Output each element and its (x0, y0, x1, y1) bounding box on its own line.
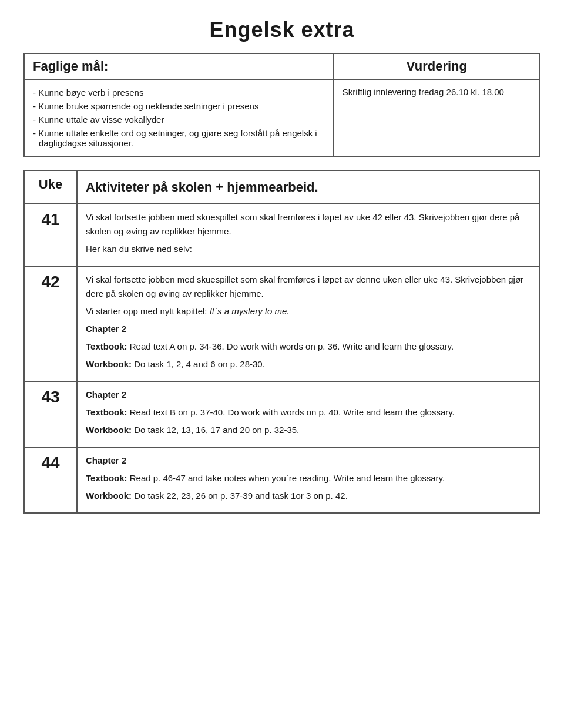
vurdering-header: Vurdering (334, 53, 540, 79)
uke-44: 44 (24, 447, 77, 513)
activity-42-text-1: Vi skal fortsette jobben med skuespillet… (86, 273, 531, 301)
activity-41: Vi skal fortsette jobben med skuespillet… (77, 204, 540, 266)
faglige-list: Kunne bøye verb i presens Kunne bruke sp… (33, 86, 325, 150)
activity-44: Chapter 2 Textbook: Read p. 46-47 and ta… (77, 447, 540, 513)
faglig-item-4: Kunne uttale enkelte ord og setninger, o… (33, 126, 325, 150)
main-activity-table: Uke Aktiviteter på skolen + hjemmearbeid… (24, 170, 540, 514)
faglige-header: Faglige mål: (24, 53, 334, 79)
faglige-content: Kunne bøye verb i presens Kunne bruke sp… (24, 79, 334, 156)
activity-42-workbook-text: Do task 1, 2, 4 and 6 on p. 28-30. (132, 359, 265, 369)
activity-42-workbook: Workbook: Do task 1, 2, 4 and 6 on p. 28… (86, 357, 531, 371)
uke-41: 41 (24, 204, 77, 266)
top-section-table: Faglige mål: Vurdering Kunne bøye verb i… (24, 53, 540, 157)
main-table-header: Uke Aktiviteter på skolen + hjemmearbeid… (24, 170, 540, 204)
activity-42-mystery-italic: It`s a mystery to me. (210, 306, 290, 316)
uke-43: 43 (24, 381, 77, 447)
table-row: 42 Vi skal fortsette jobben med skuespil… (24, 266, 540, 381)
table-row: 43 Chapter 2 Textbook: Read text B on p.… (24, 381, 540, 447)
activity-43-workbook: Workbook: Do task 12, 13, 16, 17 and 20 … (86, 423, 531, 437)
activity-44-workbook-label: Workbook: (86, 491, 132, 501)
activity-43-textbook: Textbook: Read text B on p. 37-40. Do wo… (86, 405, 531, 420)
activity-42-textbook-label: Textbook: (86, 341, 127, 351)
activity-44-workbook: Workbook: Do task 22, 23, 26 on p. 37-39… (86, 489, 531, 503)
aktiviteter-column-header: Aktiviteter på skolen + hjemmearbeid. (77, 170, 540, 204)
activity-41-text-1: Vi skal fortsette jobben med skuespillet… (86, 210, 531, 239)
activity-43-textbook-label: Textbook: (86, 407, 127, 417)
activity-42-mystery-prefix: Vi starter opp med nytt kapittel: (86, 306, 210, 316)
activity-44-chapter: Chapter 2 (86, 454, 531, 468)
page-title: Engelsk extra (24, 18, 540, 42)
vurdering-text: Skriftlig innlevering fredag 26.10 kl. 1… (343, 87, 504, 97)
activity-44-workbook-text: Do task 22, 23, 26 on p. 37-39 and task … (132, 491, 348, 501)
activity-41-text-2: Her kan du skrive ned selv: (86, 242, 531, 256)
vurdering-content: Skriftlig innlevering fredag 26.10 kl. 1… (334, 79, 540, 156)
activity-43-chapter: Chapter 2 (86, 388, 531, 402)
activity-42-textbook: Textbook: Read text A on p. 34-36. Do wo… (86, 340, 531, 354)
activity-42: Vi skal fortsette jobben med skuespillet… (77, 266, 540, 381)
activity-44-textbook-label: Textbook: (86, 473, 127, 483)
activity-43-workbook-text: Do task 12, 13, 16, 17 and 20 on p. 32-3… (132, 425, 299, 435)
activity-44-textbook-text: Read p. 46-47 and take notes when you`re… (127, 473, 445, 483)
faglig-item-2: Kunne bruke spørrende og nektende setnin… (33, 99, 325, 113)
activity-42-chapter: Chapter 2 (86, 322, 531, 336)
activity-43-textbook-text: Read text B on p. 37-40. Do work with wo… (127, 407, 455, 417)
uke-42: 42 (24, 266, 77, 381)
faglig-item-3: Kunne uttale av visse vokallyder (33, 113, 325, 126)
activity-42-textbook-text: Read text A on p. 34-36. Do work with wo… (127, 341, 454, 351)
activity-43: Chapter 2 Textbook: Read text B on p. 37… (77, 381, 540, 447)
table-row: 44 Chapter 2 Textbook: Read p. 46-47 and… (24, 447, 540, 513)
activity-42-workbook-label: Workbook: (86, 359, 132, 369)
activity-42-text-2: Vi starter opp med nytt kapittel: It`s a… (86, 304, 531, 318)
table-row: 41 Vi skal fortsette jobben med skuespil… (24, 204, 540, 266)
activity-43-workbook-label: Workbook: (86, 425, 132, 435)
faglig-item-1: Kunne bøye verb i presens (33, 86, 325, 99)
activity-44-textbook: Textbook: Read p. 46-47 and take notes w… (86, 471, 531, 485)
uke-column-header: Uke (24, 170, 77, 204)
